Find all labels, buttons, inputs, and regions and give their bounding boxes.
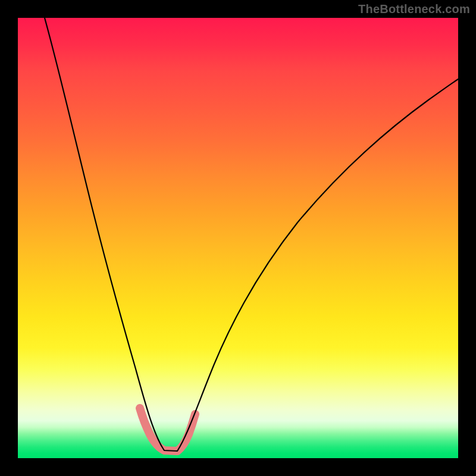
curve-svg (18, 18, 458, 458)
bottleneck-curve (45, 18, 458, 451)
plot-area (18, 18, 458, 458)
watermark-text: TheBottleneck.com (358, 2, 470, 16)
outer-frame: TheBottleneck.com (0, 0, 476, 476)
highlight-marker (140, 408, 195, 451)
